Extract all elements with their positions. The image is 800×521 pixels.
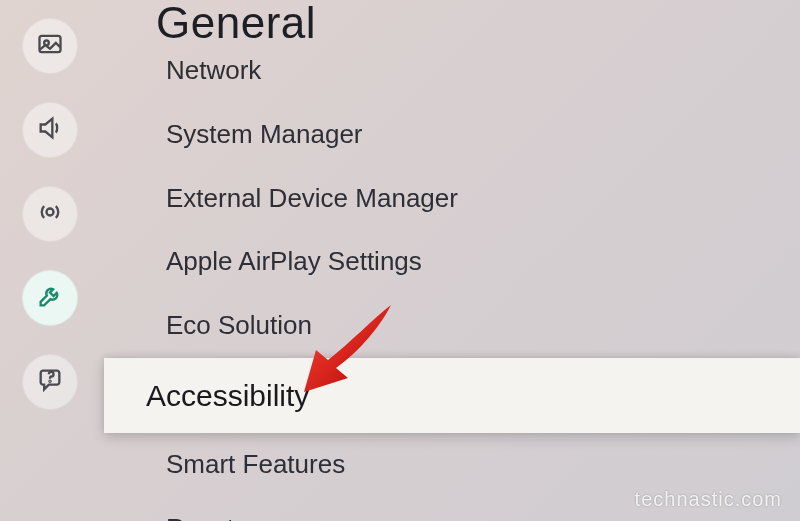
- sidebar-item-sound[interactable]: [22, 102, 78, 158]
- broadcast-icon: [36, 198, 64, 230]
- wrench-icon: [36, 282, 64, 314]
- sound-icon: [36, 114, 64, 146]
- sidebar-item-support[interactable]: [22, 354, 78, 410]
- sidebar-item-broadcast[interactable]: [22, 186, 78, 242]
- menu-item-label: Apple AirPlay Settings: [166, 246, 422, 276]
- settings-main: General Network System Manager External …: [120, 0, 800, 521]
- page-title: General: [120, 0, 800, 48]
- picture-icon: [36, 30, 64, 62]
- menu-item-accessibility[interactable]: Accessibility: [104, 358, 800, 433]
- menu-item-label: External Device Manager: [166, 183, 458, 213]
- menu-item-system-manager[interactable]: System Manager: [120, 103, 800, 167]
- menu-item-external-device-manager[interactable]: External Device Manager: [120, 167, 800, 231]
- watermark: technastic.com: [635, 488, 782, 511]
- menu-item-label: Eco Solution: [166, 310, 312, 340]
- sidebar-item-picture[interactable]: [22, 18, 78, 74]
- sidebar-item-general[interactable]: [22, 270, 78, 326]
- menu-item-network[interactable]: Network: [120, 54, 800, 103]
- menu-item-label: Reset: [166, 513, 234, 521]
- support-icon: [36, 366, 64, 398]
- menu-item-eco-solution[interactable]: Eco Solution: [120, 294, 800, 358]
- svg-point-2: [47, 209, 54, 216]
- settings-list: Network System Manager External Device M…: [120, 54, 800, 521]
- menu-item-apple-airplay-settings[interactable]: Apple AirPlay Settings: [120, 230, 800, 294]
- menu-item-label: System Manager: [166, 119, 363, 149]
- svg-point-3: [49, 381, 50, 382]
- menu-item-label: Smart Features: [166, 449, 345, 479]
- menu-item-label: Network: [166, 55, 261, 85]
- menu-item-label: Accessibility: [146, 379, 309, 412]
- settings-sidebar: [0, 0, 100, 521]
